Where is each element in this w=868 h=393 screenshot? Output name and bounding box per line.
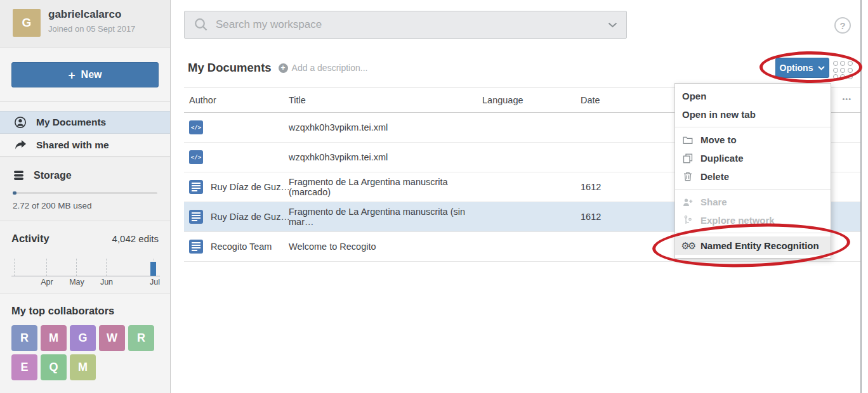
- sidebar-item-label: Shared with me: [36, 139, 109, 151]
- sidebar-item-my-documents[interactable]: My Documents: [0, 111, 170, 134]
- activity-edit-count: 4,042 edits: [112, 233, 159, 244]
- collaborators-section: My top collaborators R M G W R E Q M: [0, 293, 170, 380]
- chart-tick-label: Jul: [150, 278, 160, 287]
- username: gabrielcalarco: [48, 8, 121, 21]
- new-button[interactable]: + New: [11, 62, 159, 87]
- add-description[interactable]: + Add a description...: [279, 63, 368, 73]
- chart-axis: [11, 276, 160, 276]
- menu-item-delete[interactable]: Delete: [675, 167, 831, 186]
- code-file-icon: </>: [189, 120, 203, 134]
- menu-item-move-to[interactable]: Move to: [675, 131, 831, 149]
- column-author[interactable]: Author: [184, 95, 289, 105]
- page-header: My Documents + Add a description...: [188, 61, 367, 75]
- storage-progressbar: [13, 192, 157, 194]
- chart-tick-label: May: [69, 278, 84, 287]
- menu-item-explore-network: Explore network: [675, 211, 831, 229]
- row-title: Fragmento de La Argentina manuscrita (si…: [289, 207, 482, 227]
- chart-gridline: [106, 259, 107, 276]
- text-file-icon: [189, 240, 203, 254]
- menu-item-label: Share: [700, 196, 727, 207]
- menu-item-label: Open in new tab: [682, 109, 756, 120]
- user-circle-icon: [14, 116, 27, 129]
- row-date: 1612: [581, 182, 657, 192]
- collaborator-avatar[interactable]: M: [70, 354, 96, 380]
- search-input[interactable]: [216, 18, 601, 31]
- collaborators-grid: R M G W R E Q M: [11, 325, 157, 380]
- menu-item-duplicate[interactable]: Duplicate: [675, 149, 831, 167]
- help-label: ?: [839, 20, 845, 31]
- collaborators-title: My top collaborators: [11, 305, 159, 317]
- scrollbar-edge: [860, 0, 862, 393]
- text-file-icon: [189, 210, 203, 224]
- menu-item-label: Move to: [700, 134, 737, 145]
- storage-label: Storage: [34, 170, 72, 181]
- new-section: + New: [0, 48, 170, 102]
- menu-item-label: Duplicate: [700, 153, 744, 164]
- activity-section: Activity 4,042 edits Apr May Jun Jul: [0, 221, 170, 293]
- page-title: My Documents: [188, 61, 272, 75]
- sidebar-nav: My Documents Shared with me: [0, 102, 170, 157]
- code-file-icon: </>: [189, 150, 203, 164]
- menu-item-label: Delete: [700, 171, 729, 182]
- gears-icon: ⚙⚙: [682, 241, 694, 250]
- new-button-label: New: [81, 69, 102, 81]
- search-bar: [184, 11, 627, 39]
- menu-item-named-entity-recognition[interactable]: ⚙⚙ Named Entity Recognition: [675, 236, 831, 255]
- menu-item-open[interactable]: Open: [675, 87, 831, 105]
- plus-circle-icon: +: [279, 63, 288, 73]
- chevron-down-icon[interactable]: [608, 22, 617, 28]
- share-arrow-icon: [14, 139, 27, 151]
- menu-divider: [675, 189, 831, 190]
- collaborator-avatar[interactable]: R: [128, 325, 154, 351]
- plus-icon: +: [68, 69, 75, 81]
- chart-gridline: [46, 259, 47, 276]
- folder-icon: [682, 136, 694, 145]
- user-profile[interactable]: G gabrielcalarco Joined on 05 Sept 2017: [0, 0, 170, 48]
- row-title: wzqxhk0h3vpikm.tei.xml: [289, 152, 482, 162]
- main-content: ? My Documents + Add a description... Op…: [171, 0, 868, 393]
- column-language[interactable]: Language: [482, 95, 581, 105]
- collaborator-avatar[interactable]: W: [99, 325, 125, 351]
- chart-gridline: [14, 259, 15, 276]
- row-author: Ruy Díaz de Guz…: [211, 212, 289, 222]
- chart-bar-jul: [150, 262, 156, 276]
- recogito-workspace: G gabrielcalarco Joined on 05 Sept 2017 …: [0, 0, 868, 393]
- help-button[interactable]: ?: [834, 17, 851, 34]
- collaborator-avatar[interactable]: R: [11, 325, 37, 351]
- menu-item-label: Named Entity Recognition: [700, 240, 819, 251]
- row-title: Fragmento de La Argentina manuscrita (ma…: [289, 177, 482, 197]
- collaborator-avatar[interactable]: G: [70, 325, 96, 351]
- column-settings-icon[interactable]: •••: [842, 95, 852, 103]
- storage-icon: [13, 170, 25, 181]
- menu-item-share: Share: [675, 193, 831, 211]
- grid-view-toggle[interactable]: [833, 61, 853, 80]
- row-date: 1612: [581, 212, 657, 222]
- collaborator-avatar[interactable]: E: [11, 354, 37, 380]
- duplicate-icon: [682, 153, 694, 164]
- collaborator-avatar[interactable]: Q: [41, 354, 67, 380]
- avatar: G: [13, 9, 41, 37]
- options-button[interactable]: Options: [775, 58, 829, 78]
- add-description-label: Add a description...: [292, 63, 368, 73]
- menu-item-label: Open: [682, 91, 706, 101]
- column-date[interactable]: Date: [581, 95, 657, 105]
- options-dropdown-menu: Open Open in new tab Move to Duplicate: [674, 83, 831, 259]
- text-file-icon: [189, 180, 203, 194]
- menu-divider: [675, 127, 831, 127]
- activity-chart: Apr May Jun Jul: [11, 254, 160, 287]
- sidebar-item-shared-with-me[interactable]: Shared with me: [0, 134, 170, 157]
- row-author: Ruy Díaz de Guz…: [211, 182, 289, 192]
- storage-section: Storage 2.72 of 200 MB used: [0, 157, 170, 221]
- chart-tick-label: Jun: [100, 278, 113, 287]
- column-title[interactable]: Title: [289, 95, 482, 105]
- network-icon: [682, 216, 694, 225]
- options-label: Options: [780, 63, 813, 73]
- collaborator-avatar[interactable]: M: [41, 325, 67, 351]
- menu-item-label: Explore network: [700, 215, 775, 226]
- share-user-icon: [682, 198, 694, 207]
- chart-gridline: [76, 259, 77, 276]
- activity-title: Activity: [11, 233, 49, 245]
- menu-item-open-new-tab[interactable]: Open in new tab: [675, 105, 831, 124]
- row-author: Recogito Team: [211, 242, 272, 252]
- chevron-down-icon: [818, 66, 825, 70]
